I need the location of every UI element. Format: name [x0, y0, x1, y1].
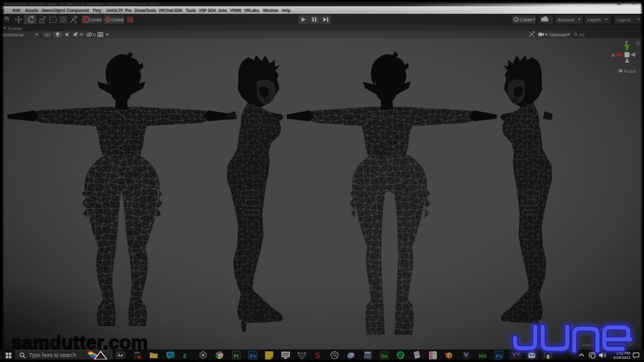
svg-text:CC: CC [168, 353, 174, 357]
svg-text:Md: Md [479, 353, 487, 359]
svg-text:Front: Front [624, 69, 636, 74]
svg-text:Type here to search: Type here to search [29, 352, 76, 358]
svg-text:x: x [612, 53, 614, 57]
svg-text:Sa: Sa [381, 353, 387, 359]
svg-text:Pt: Pt [234, 353, 239, 359]
svg-text:Ps: Ps [250, 353, 257, 359]
svg-text:S: S [315, 351, 320, 360]
svg-text:ε: ε [183, 351, 187, 360]
svg-text:y: y [625, 40, 628, 45]
